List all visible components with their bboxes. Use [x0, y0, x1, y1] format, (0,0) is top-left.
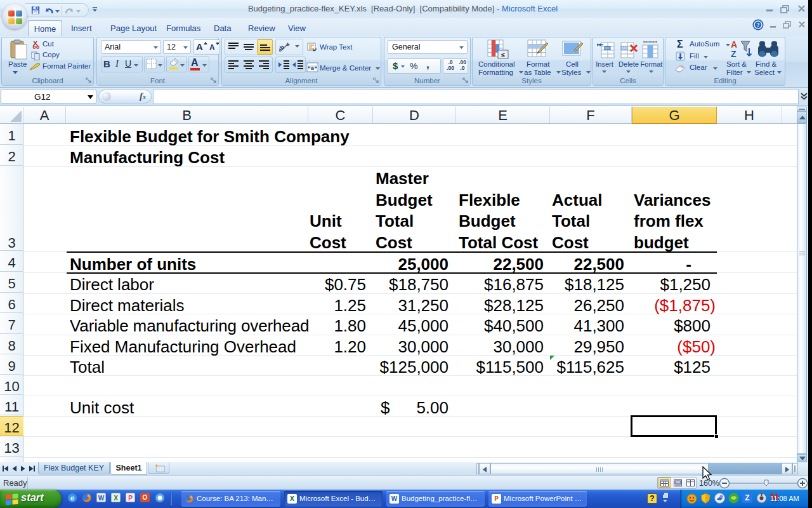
svg-text:A: A	[731, 39, 737, 50]
svg-text:Z: Z	[731, 49, 737, 59]
svg-text:a: a	[311, 65, 314, 71]
svg-text:e: e	[70, 494, 74, 502]
svg-text:≤: ≤	[501, 51, 505, 58]
svg-text:ab: ab	[279, 44, 285, 53]
svg-text:?: ?	[757, 22, 760, 29]
